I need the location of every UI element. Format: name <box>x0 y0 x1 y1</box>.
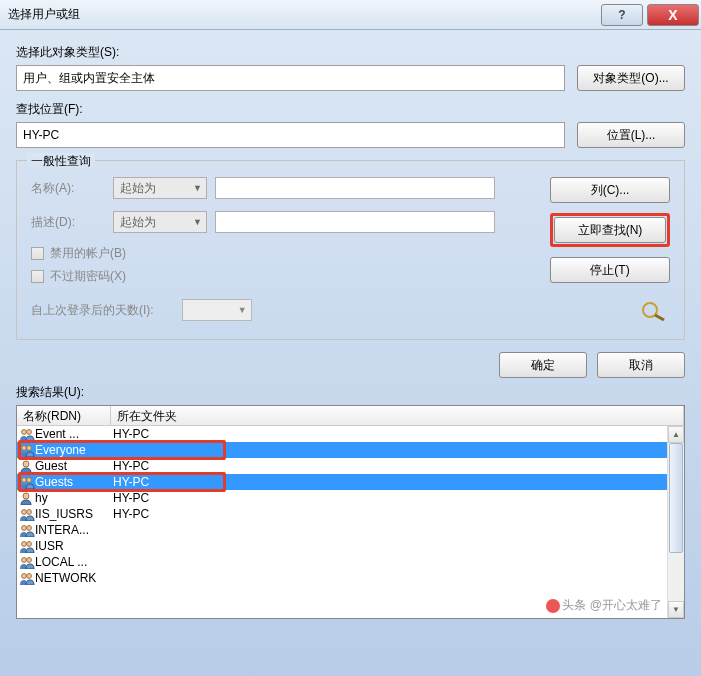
group-icon <box>19 443 35 457</box>
svg-point-3 <box>26 429 31 434</box>
svg-point-13 <box>26 525 31 530</box>
window-title: 选择用户或组 <box>8 6 599 23</box>
row-name: Event ... <box>35 427 111 441</box>
ok-button[interactable]: 确定 <box>499 352 587 378</box>
desc-mode-combo[interactable]: 起始为▼ <box>113 211 207 233</box>
chevron-down-icon: ▼ <box>238 305 247 315</box>
search-icon <box>638 301 670 321</box>
logo-icon <box>546 599 560 613</box>
table-row[interactable]: INTERA... <box>17 522 684 538</box>
user-icon <box>19 459 35 473</box>
col-folder[interactable]: 所在文件夹 <box>111 406 684 425</box>
svg-point-8 <box>26 477 31 482</box>
scroll-up-icon[interactable]: ▲ <box>668 426 684 443</box>
days-since-logon-label: 自上次登录后的天数(I): <box>31 302 154 319</box>
row-name: IIS_IUSRS <box>35 507 111 521</box>
common-queries-legend: 一般性查询 <box>27 153 95 170</box>
svg-point-6 <box>23 461 29 467</box>
table-row[interactable]: hyHY-PC <box>17 490 684 506</box>
group-icon <box>19 523 35 537</box>
results-list[interactable]: 名称(RDN) 所在文件夹 Event ...HY-PCEveryoneGues… <box>16 405 685 619</box>
row-name: INTERA... <box>35 523 111 537</box>
table-row[interactable]: GuestsHY-PC <box>17 474 684 490</box>
group-icon <box>19 475 35 489</box>
chevron-down-icon: ▼ <box>193 183 202 193</box>
object-type-value: 用户、组或内置安全主体 <box>16 65 565 91</box>
checkbox-icon <box>31 247 44 260</box>
row-folder: HY-PC <box>111 475 149 489</box>
svg-point-9 <box>23 493 29 499</box>
cancel-button[interactable]: 取消 <box>597 352 685 378</box>
svg-point-0 <box>643 303 657 317</box>
svg-point-4 <box>21 445 26 450</box>
group-icon <box>19 539 35 553</box>
svg-point-2 <box>21 429 26 434</box>
svg-point-16 <box>21 557 26 562</box>
location-label: 查找位置(F): <box>16 101 565 118</box>
row-folder: HY-PC <box>111 427 149 441</box>
row-name: Guests <box>35 475 111 489</box>
row-name: Everyone <box>35 443 111 457</box>
svg-point-17 <box>26 557 31 562</box>
row-folder: HY-PC <box>111 491 149 505</box>
svg-point-19 <box>26 573 31 578</box>
name-mode-combo[interactable]: 起始为▼ <box>113 177 207 199</box>
row-folder: HY-PC <box>111 459 149 473</box>
close-button[interactable]: X <box>647 4 699 26</box>
table-row[interactable]: IUSR <box>17 538 684 554</box>
desc-input[interactable] <box>215 211 495 233</box>
help-button[interactable]: ? <box>601 4 643 26</box>
table-row[interactable]: LOCAL ... <box>17 554 684 570</box>
group-icon <box>19 507 35 521</box>
non-expiring-password-checkbox[interactable]: 不过期密码(X) <box>31 268 550 285</box>
svg-point-10 <box>21 509 26 514</box>
name-input[interactable] <box>215 177 495 199</box>
watermark: 头条 @开心太难了 <box>546 597 662 614</box>
object-type-label: 选择此对象类型(S): <box>16 44 565 61</box>
object-types-button[interactable]: 对象类型(O)... <box>577 65 685 91</box>
row-name: LOCAL ... <box>35 555 111 569</box>
desc-label: 描述(D): <box>31 214 105 231</box>
find-now-button[interactable]: 立即查找(N) <box>554 217 666 243</box>
row-folder: HY-PC <box>111 507 149 521</box>
svg-point-14 <box>21 541 26 546</box>
results-label: 搜索结果(U): <box>16 384 685 401</box>
common-queries-group: 一般性查询 名称(A): 起始为▼ 描述(D): 起始为▼ 禁用的帐户(B) 不… <box>16 160 685 340</box>
location-value: HY-PC <box>16 122 565 148</box>
title-bar: 选择用户或组 ? X <box>0 0 701 30</box>
table-row[interactable]: Everyone <box>17 442 684 458</box>
stop-button[interactable]: 停止(T) <box>550 257 670 283</box>
disabled-accounts-checkbox[interactable]: 禁用的帐户(B) <box>31 245 550 262</box>
find-now-highlight: 立即查找(N) <box>550 213 670 247</box>
table-row[interactable]: Event ...HY-PC <box>17 426 684 442</box>
scroll-down-icon[interactable]: ▼ <box>668 601 684 618</box>
row-name: hy <box>35 491 111 505</box>
checkbox-icon <box>31 270 44 283</box>
svg-point-7 <box>21 477 26 482</box>
col-name[interactable]: 名称(RDN) <box>17 406 111 425</box>
svg-line-1 <box>655 315 664 320</box>
dialog-content: 选择此对象类型(S): 用户、组或内置安全主体 对象类型(O)... 查找位置(… <box>0 30 701 633</box>
locations-button[interactable]: 位置(L)... <box>577 122 685 148</box>
days-combo[interactable]: ▼ <box>182 299 252 321</box>
svg-point-11 <box>26 509 31 514</box>
row-name: IUSR <box>35 539 111 553</box>
table-row[interactable]: GuestHY-PC <box>17 458 684 474</box>
user-icon <box>19 491 35 505</box>
scrollbar[interactable]: ▲ ▼ <box>667 426 684 618</box>
table-row[interactable]: NETWORK <box>17 570 684 586</box>
group-icon <box>19 555 35 569</box>
svg-point-5 <box>26 445 31 450</box>
scroll-thumb[interactable] <box>669 443 683 553</box>
chevron-down-icon: ▼ <box>193 217 202 227</box>
group-icon <box>19 427 35 441</box>
svg-point-18 <box>21 573 26 578</box>
row-name: Guest <box>35 459 111 473</box>
svg-point-12 <box>21 525 26 530</box>
svg-point-15 <box>26 541 31 546</box>
row-name: NETWORK <box>35 571 111 585</box>
name-label: 名称(A): <box>31 180 105 197</box>
table-row[interactable]: IIS_IUSRSHY-PC <box>17 506 684 522</box>
columns-button[interactable]: 列(C)... <box>550 177 670 203</box>
group-icon <box>19 571 35 585</box>
